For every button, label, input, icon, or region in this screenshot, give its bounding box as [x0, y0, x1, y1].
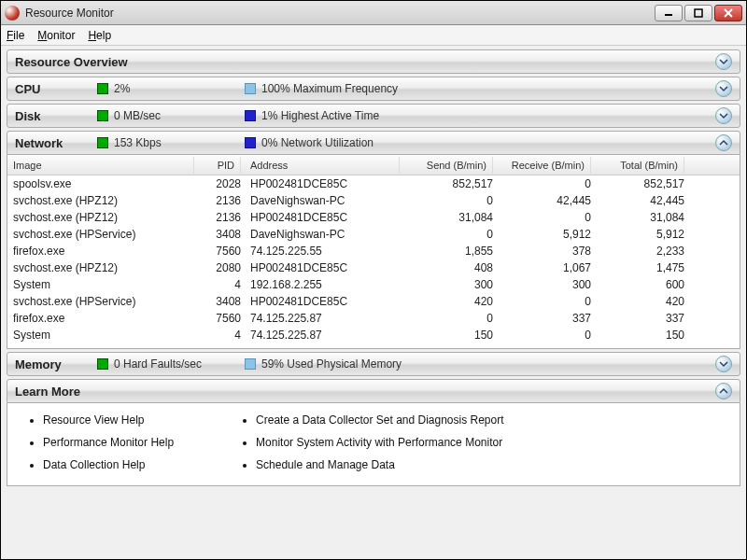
table-row[interactable]: svchost.exe (HPZ12)2080HP002481DCE85C408… — [7, 259, 740, 276]
expand-overview-icon[interactable] — [715, 53, 732, 70]
learn-link[interactable]: Data Collection Help — [43, 454, 174, 476]
panel-cpu-label: CPU — [15, 82, 90, 96]
panel-memory[interactable]: Memory 0 Hard Faults/sec 59% Used Physic… — [7, 352, 740, 376]
col-send[interactable]: Send (B/min) — [400, 157, 493, 174]
menubar: File Monitor Help — [1, 25, 746, 46]
panel-network-label: Network — [15, 136, 90, 150]
collapse-learn-icon[interactable] — [715, 383, 732, 399]
panel-overview-label: Resource Overview — [15, 55, 128, 69]
table-row[interactable]: firefox.exe756074.125.225.870337337 — [7, 310, 740, 327]
col-total[interactable]: Total (B/min) — [591, 157, 684, 174]
col-receive[interactable]: Receive (B/min) — [493, 157, 591, 174]
col-image[interactable]: Image — [7, 157, 194, 174]
collapse-network-icon[interactable] — [715, 134, 732, 151]
minimize-button[interactable] — [655, 5, 683, 21]
expand-disk-icon[interactable] — [715, 107, 732, 124]
memory-faults-icon — [97, 358, 108, 370]
panel-cpu[interactable]: CPU 2% 100% Maximum Frequency — [7, 77, 740, 101]
table-row[interactable]: System474.125.225.871500150 — [7, 327, 740, 343]
expand-cpu-icon[interactable] — [715, 80, 732, 97]
titlebar[interactable]: Resource Monitor — [1, 1, 746, 25]
memory-used-icon — [245, 358, 256, 370]
table-row[interactable]: svchost.exe (HPZ12)2136HP002481DCE85C31,… — [7, 209, 740, 226]
network-util-icon — [245, 137, 256, 148]
disk-rate-icon — [97, 110, 108, 121]
close-button[interactable] — [714, 5, 742, 21]
learn-list-1: Resource View HelpPerformance Monitor He… — [17, 409, 174, 476]
menu-file[interactable]: File — [7, 29, 24, 42]
maximize-button[interactable] — [684, 5, 712, 21]
panel-disk-label: Disk — [15, 109, 90, 123]
learn-link[interactable]: Create a Data Collector Set and Diagnosi… — [256, 409, 503, 431]
learn-link[interactable]: Performance Monitor Help — [43, 431, 174, 454]
network-rate-icon — [97, 137, 108, 148]
panel-overview[interactable]: Resource Overview — [7, 49, 740, 74]
disk-rate-value: 0 MB/sec — [114, 109, 161, 122]
network-table-rows[interactable]: spoolsv.exe2028HP002481DCE85C852,5170852… — [7, 175, 740, 348]
menu-monitor[interactable]: Monitor — [37, 29, 75, 42]
table-row[interactable]: svchost.exe (HPZ12)2136DaveNighswan-PC04… — [7, 192, 740, 209]
svg-rect-1 — [695, 9, 702, 17]
network-util-value: 0% Network Utilization — [261, 136, 374, 149]
network-rate-value: 153 Kbps — [114, 136, 162, 149]
table-row[interactable]: firefox.exe756074.125.225.551,8553782,23… — [7, 243, 740, 259]
table-row[interactable]: spoolsv.exe2028HP002481DCE85C852,5170852… — [7, 175, 740, 192]
menu-help[interactable]: Help — [88, 29, 111, 42]
expand-memory-icon[interactable] — [715, 356, 732, 372]
cpu-freq-icon — [245, 83, 256, 94]
table-row[interactable]: svchost.exe (HPService)3408HP002481DCE85… — [7, 293, 740, 310]
panel-disk[interactable]: Disk 0 MB/sec 1% Highest Active Time — [7, 104, 740, 128]
learn-list-2: Create a Data Collector Set and Diagnosi… — [230, 409, 503, 476]
window-title: Resource Monitor — [25, 7, 114, 20]
disk-active-value: 1% Highest Active Time — [261, 109, 379, 122]
panel-memory-label: Memory — [15, 357, 90, 371]
panel-network[interactable]: Network 153 Kbps 0% Network Utilization — [7, 131, 740, 155]
learn-more-body: Resource View HelpPerformance Monitor He… — [7, 403, 740, 486]
network-table-header: Image PID Address Send (B/min) Receive (… — [7, 155, 740, 175]
resource-monitor-window: Resource Monitor File Monitor Help Resou… — [0, 0, 747, 560]
panel-learn-label: Learn More — [15, 385, 90, 399]
memory-used-value: 59% Used Physical Memory — [261, 357, 402, 371]
col-address[interactable]: Address — [241, 157, 400, 174]
learn-link[interactable]: Monitor System Activity with Performance… — [256, 431, 503, 454]
panel-learn-more[interactable]: Learn More — [7, 379, 740, 403]
col-pid[interactable]: PID — [194, 157, 241, 174]
learn-link[interactable]: Resource View Help — [43, 409, 174, 431]
table-row[interactable]: svchost.exe (HPService)3408DaveNighswan-… — [7, 226, 740, 243]
cpu-usage-value: 2% — [114, 82, 130, 95]
app-icon — [5, 6, 20, 21]
learn-link[interactable]: Schedule and Manage Data — [256, 454, 503, 476]
cpu-freq-value: 100% Maximum Frequency — [261, 82, 398, 95]
memory-faults-value: 0 Hard Faults/sec — [114, 357, 202, 371]
content-area: Resource Overview CPU 2% 100% Maximum Fr… — [1, 46, 746, 559]
disk-active-icon — [245, 110, 256, 121]
table-row[interactable]: System4192.168.2.255300300600 — [7, 276, 740, 293]
cpu-usage-icon — [97, 83, 108, 94]
network-table: Image PID Address Send (B/min) Receive (… — [7, 155, 740, 349]
